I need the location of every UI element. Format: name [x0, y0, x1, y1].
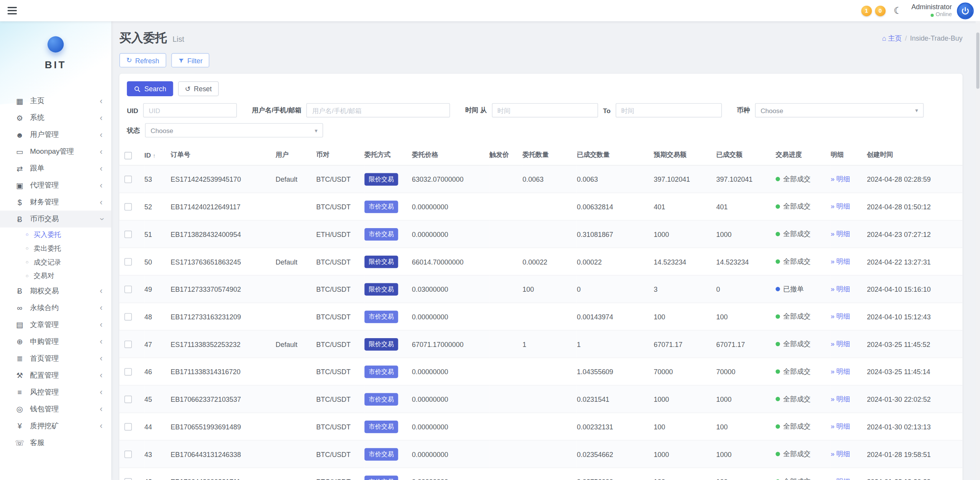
row-checkbox[interactable]	[124, 478, 132, 480]
column-header[interactable]: 触发价	[489, 145, 522, 165]
coin-badge-icon[interactable]: 1	[861, 5, 872, 16]
status-select[interactable]: Choose▾	[145, 123, 323, 137]
status-text: 全部成交	[783, 312, 811, 320]
column-header[interactable]: 委托数量	[523, 145, 577, 165]
status-text: 全部成交	[783, 422, 811, 430]
row-checkbox[interactable]	[124, 313, 132, 321]
row-checkbox[interactable]	[124, 231, 132, 238]
detail-link[interactable]: »明细	[830, 422, 850, 430]
row-checkbox[interactable]	[124, 368, 132, 376]
table-row: 52 EB1714240212649117 BTC/USDT 市价交易 0.00…	[119, 193, 962, 220]
sidebar-menu-item[interactable]: ☻ 用户管理 ‹	[0, 126, 111, 143]
row-checkbox[interactable]	[124, 423, 132, 431]
cell-user: Default	[276, 248, 316, 275]
detail-link[interactable]: »明细	[830, 340, 850, 348]
cell-created-at: 2024-03-25 11:45:52	[867, 330, 962, 358]
sidebar-submenu-item[interactable]: ○ 买入委托	[0, 227, 111, 241]
user-avatar[interactable]	[957, 2, 974, 19]
detail-link[interactable]: »明细	[830, 230, 850, 238]
status-text: 全部成交	[783, 340, 811, 348]
sidebar-menu-item[interactable]: ▦ 主页 ‹	[0, 92, 111, 109]
sidebar-menu-item[interactable]: ≣ 首页管理 ‹	[0, 350, 111, 367]
column-header[interactable]: 明细	[830, 145, 867, 165]
chevron-icon: ‹	[100, 371, 102, 379]
cell-expected-amount: 1000	[654, 440, 716, 468]
row-checkbox[interactable]	[124, 396, 132, 403]
search-button[interactable]: Search	[127, 81, 173, 96]
filter-button[interactable]: Filter	[171, 53, 209, 67]
column-header[interactable]: 创建时间	[867, 145, 962, 165]
sidebar-menu-item[interactable]: ☏ 客服 ‹	[0, 434, 111, 451]
cell-filled-amount: 100	[716, 413, 776, 441]
cell-pair: BTC/USDT	[316, 440, 365, 468]
time-to-input[interactable]	[616, 103, 722, 117]
column-header[interactable]: 交易进度	[776, 145, 830, 165]
row-checkbox[interactable]	[124, 258, 132, 266]
sidebar-menu-item[interactable]: $ 财务管理 ‹	[0, 194, 111, 210]
column-header[interactable]: 已成交数量	[577, 145, 654, 165]
detail-link[interactable]: »明细	[830, 450, 850, 458]
dark-mode-icon[interactable]: ☾	[894, 5, 902, 16]
detail-link[interactable]: »明细	[830, 477, 850, 480]
cell-expected-amount: 401	[654, 193, 716, 220]
sidebar-menu-item[interactable]: ▤ 文章管理 ‹	[0, 316, 111, 333]
detail-arrow-icon: »	[830, 258, 834, 265]
username-phone-email-input[interactable]	[306, 103, 450, 117]
uid-input[interactable]	[143, 103, 237, 117]
sidebar-submenu-item[interactable]: ○ 卖出委托	[0, 241, 111, 255]
cell-pair: BTC/USDT	[316, 303, 365, 330]
coin-select[interactable]: Choose▾	[755, 103, 924, 117]
cell-created-at: 2024-04-10 15:12:43	[867, 303, 962, 330]
sidebar-menu-item[interactable]: Ƀ 期权交易 ‹	[0, 283, 111, 299]
detail-link[interactable]: »明细	[830, 367, 850, 375]
scrollbar[interactable]	[976, 21, 980, 480]
sidebar-menu-item[interactable]: ≡ 风控管理 ‹	[0, 384, 111, 401]
column-header[interactable]: 委托方式	[364, 145, 412, 165]
cell-filled-qty: 0.02354662	[577, 440, 654, 468]
column-header[interactable]: 预期交易额	[654, 145, 716, 165]
detail-link[interactable]: »明细	[830, 285, 850, 293]
breadcrumb-home[interactable]: ⌂主页	[882, 33, 902, 43]
sidebar-menu-item[interactable]: ¥ 质押挖矿 ‹	[0, 418, 111, 434]
sidebar-menu-item[interactable]: ⇄ 跟单 ‹	[0, 160, 111, 177]
sidebar-menu-item[interactable]: ⚙ 系统 ‹	[0, 109, 111, 126]
menu-toggle-icon[interactable]	[6, 4, 18, 18]
brand-logo[interactable]: BIT	[0, 21, 111, 90]
scrollbar-thumb[interactable]	[976, 33, 979, 89]
sidebar-menu-item[interactable]: ▭ Moonpay管理 ‹	[0, 143, 111, 160]
detail-link[interactable]: »明细	[830, 202, 850, 210]
cell-user: Default	[276, 165, 316, 193]
row-checkbox[interactable]	[124, 176, 132, 183]
detail-link[interactable]: »明细	[830, 175, 850, 182]
column-header[interactable]: 委托价格	[412, 145, 489, 165]
column-header[interactable]: 币对	[316, 145, 365, 165]
cell-price: 66014.70000000	[412, 248, 489, 275]
detail-link[interactable]: »明细	[830, 395, 850, 403]
sidebar-menu-item[interactable]: Ƀ 币币交易 ‹	[0, 210, 111, 227]
cell-trigger-price	[489, 440, 522, 468]
detail-link[interactable]: »明细	[830, 312, 850, 320]
sidebar-menu-item[interactable]: ∞ 永续合约 ‹	[0, 299, 111, 316]
column-header[interactable]: ID↑	[145, 145, 171, 165]
reset-button[interactable]: ↺Reset	[178, 81, 219, 96]
sidebar-menu-item[interactable]: ◎ 钱包管理 ‹	[0, 401, 111, 418]
column-header[interactable]: 用户	[276, 145, 316, 165]
sidebar-menu-item[interactable]: ▣ 代理管理 ‹	[0, 177, 111, 194]
sidebar-menu-item[interactable]: ⊕ 申购管理 ‹	[0, 333, 111, 350]
row-checkbox[interactable]	[124, 340, 132, 348]
refresh-button[interactable]: ↻Refresh	[119, 53, 166, 67]
row-checkbox[interactable]	[124, 286, 132, 293]
select-all-checkbox[interactable]	[124, 151, 132, 159]
sidebar-menu-item[interactable]: ⚒ 配置管理 ‹	[0, 367, 111, 384]
detail-link[interactable]: »明细	[830, 258, 850, 265]
sidebar-submenu-item[interactable]: ○ 成交记录	[0, 255, 111, 269]
coin-badge-icon[interactable]: 0	[875, 5, 886, 16]
row-checkbox[interactable]	[124, 450, 132, 458]
column-header[interactable]: 已成交额	[716, 145, 776, 165]
sidebar-submenu-item[interactable]: ○ 交易对	[0, 269, 111, 283]
sort-asc-icon[interactable]: ↑	[153, 153, 156, 159]
time-from-input[interactable]	[492, 103, 598, 117]
column-header[interactable]: 订单号	[171, 145, 276, 165]
row-checkbox[interactable]	[124, 203, 132, 211]
status-text: 全部成交	[783, 395, 811, 403]
